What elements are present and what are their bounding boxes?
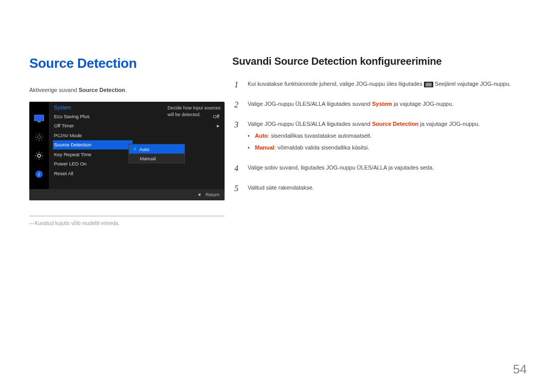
osd-sidebar-icons: i [29,102,49,189]
monitor-icon [33,113,45,124]
step-body: Valige JOG-nuppu ÜLES/ALLA liigutades su… [248,99,527,111]
intro-suffix: . [125,87,126,93]
step-3: 3 Valige JOG-nuppu ÜLES/ALLA liigutades … [232,119,527,155]
osd-item-reset: Reset All [54,169,225,178]
step-number: 2 [232,99,240,111]
bullet-list: •Auto: sisendallikas tuvastatakse automa… [248,132,527,152]
page-number: 54 [513,362,527,377]
osd-body: i System Decide how input sources will b… [29,102,225,189]
section-title: Source Detection [29,55,225,71]
bullet-auto: •Auto: sisendallikas tuvastatakse automa… [248,132,527,140]
info-icon: i [33,169,45,180]
step-body: Valige sobiv suvand, liigutades JOG-nupp… [248,162,527,175]
page: Source Detection Aktiveerige suvand Sour… [0,0,555,226]
svg-line-10 [41,134,42,135]
svg-line-8 [41,139,42,140]
brightness-icon [33,132,45,143]
step-1: 1 Kui kuvatakse funktsioonide juhend, va… [232,79,527,91]
svg-point-11 [38,154,41,157]
check-icon: ✓ [133,146,137,152]
step-5: 5 Valitud säte rakendatakse. [232,182,527,195]
osd-return-label: Return [206,192,219,197]
svg-rect-0 [34,115,44,121]
osd-sub-auto: ✓Auto [129,144,184,154]
osd-main: System Decide how input sources will be … [49,102,225,189]
osd-footer: Return [29,189,225,200]
intro-text: Aktiveerige suvand Source Detection. [29,87,225,93]
gear-icon [33,150,45,161]
svg-point-2 [38,136,41,139]
svg-rect-16 [425,84,432,85]
step-number: 5 [232,182,240,195]
step-body: Valitud säte rakendatakse. [248,182,527,195]
bullet-manual: •Manual: võimaldab valida sisendallika k… [248,143,527,152]
svg-rect-15 [425,83,432,83]
step-4: 4 Valige sobiv suvand, liigutades JOG-nu… [232,162,527,175]
step-number: 3 [232,119,240,155]
step-body: Kui kuvatakse funktsioonide juhend, vali… [248,79,527,91]
svg-rect-17 [425,85,432,86]
osd-sub-manual: Manual [129,154,184,163]
osd-tooltip: Decide how input sources will be detecte… [168,105,221,118]
step-number: 1 [232,79,240,91]
intro-bold: Source Detection [79,87,125,93]
osd-item-source-detection: Source Detection [53,140,133,150]
menu-icon [424,82,433,87]
subsection-title: Suvandi Source Detection konfigureerimin… [232,55,527,67]
caption-divider [29,216,225,216]
osd-submenu: ✓Auto Manual [128,144,185,163]
osd-screenshot: i System Decide how input sources will b… [29,102,225,200]
svg-line-9 [36,139,37,140]
steps-list: 1 Kui kuvatakse funktsioonide juhend, va… [232,79,527,195]
svg-line-7 [36,134,37,135]
step-2: 2 Valige JOG-nuppu ÜLES/ALLA liigutades … [232,99,527,111]
osd-item-pcav: PC/AV Mode [54,130,225,140]
svg-rect-1 [38,121,41,122]
osd-item-timer: Off Timer▸ [54,121,225,131]
left-column: Source Detection Aktiveerige suvand Sour… [29,55,225,226]
step-body: Valige JOG-nuppu ÜLES/ALLA liigutades su… [248,119,527,155]
triangle-left-icon [198,193,200,196]
step-number: 4 [232,162,240,175]
caption-text: Kuvatud kujutis võib mudeliti erineda. [29,220,225,226]
intro-prefix: Aktiveerige suvand [29,87,79,93]
right-column: Suvandi Source Detection konfigureerimin… [225,55,527,226]
svg-text:i: i [39,172,40,177]
